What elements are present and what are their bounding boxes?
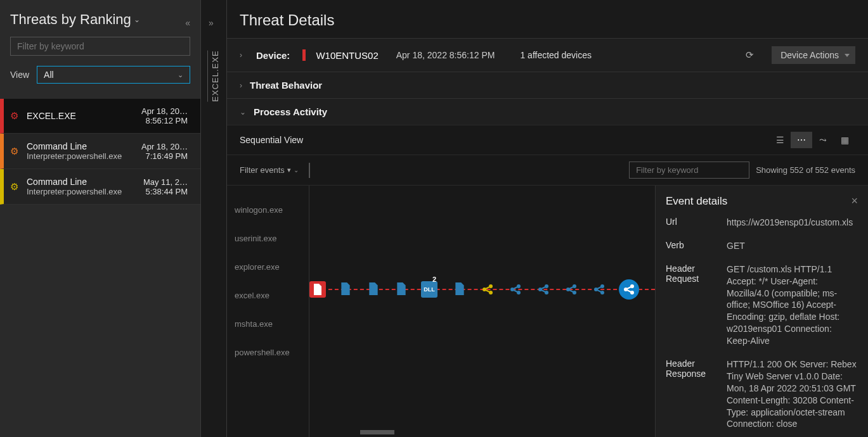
event-count-badge: 2: [432, 276, 436, 283]
detail-value-url: https://w2019ensp01/custom.xls: [727, 217, 858, 229]
file-event-icon[interactable]: [365, 281, 382, 297]
collapse-sidebar-icon[interactable]: «: [185, 18, 190, 28]
view-label: View: [10, 70, 29, 80]
close-icon[interactable]: ×: [851, 194, 858, 208]
vertical-tab-label[interactable]: EXCEL.EXE: [207, 50, 220, 101]
process-activity-filter-row: Filter events ▾ ⌄ Showing 552 of 552 eve…: [227, 155, 868, 186]
file-event-icon[interactable]: [337, 281, 354, 297]
file-event-icon[interactable]: [393, 281, 410, 297]
threat-time: 8:56:12 PM: [139, 116, 188, 125]
threat-name: EXCEL.EXE: [27, 111, 139, 121]
chevron-down-icon: ⌄: [178, 71, 183, 79]
process-activity-section-header[interactable]: ⌄ Process Activity: [227, 98, 868, 125]
filter-events-label: Filter events: [240, 165, 285, 175]
process-row-label: excel.exe: [235, 281, 301, 310]
network-event-icon[interactable]: [591, 281, 607, 298]
vertical-tab: » EXCEL.EXE: [200, 0, 227, 437]
showing-count: Showing 552 of 552 events: [756, 165, 855, 175]
process-activity-label: Process Activity: [254, 106, 327, 117]
process-activity-toolbar: Sequential View ☰ ⋯ ⤳ ▦: [227, 125, 868, 155]
sidebar-title-dropdown[interactable]: Threats by Ranking ⌄: [10, 11, 190, 28]
detail-value-header-request: GET /custom.xls HTTP/1.1 Accept: */* Use…: [727, 263, 858, 347]
detail-key-url: Url: [666, 217, 720, 229]
threat-name: Command Line: [27, 141, 139, 151]
threat-item[interactable]: ⚙ Command Line Interpreter:powershell.ex…: [0, 169, 200, 205]
filter-keyword-input[interactable]: [629, 162, 749, 179]
process-row-label: userinit.exe: [235, 224, 301, 253]
filter-icon-glyph: ▾: [287, 166, 291, 174]
divider: [309, 163, 310, 178]
device-actions-label: Device Actions: [781, 50, 839, 60]
list-view-icon[interactable]: ☰: [769, 132, 791, 148]
process-row-label: powershell.exe: [235, 338, 301, 367]
file-event-icon[interactable]: [309, 281, 326, 298]
grid-view-icon[interactable]: ▦: [834, 132, 855, 148]
device-actions-button[interactable]: Device Actions: [772, 46, 855, 64]
detail-value-header-response: HTTP/1.1 200 OK Server: Rebex Tiny Web S…: [727, 358, 858, 430]
chevron-down-icon: ⌄: [134, 15, 140, 24]
detail-key-verb: Verb: [666, 240, 720, 252]
network-event-icon[interactable]: [563, 281, 580, 298]
gear-icon: ⚙: [4, 146, 24, 157]
threat-date: Apr 18, 20…: [139, 142, 188, 151]
threat-date: Apr 18, 20…: [139, 106, 188, 116]
view-select[interactable]: All ⌄: [37, 66, 190, 84]
chevron-down-icon: ⌄: [294, 167, 299, 174]
chevron-right-icon: ›: [240, 51, 242, 60]
filter-events-dropdown[interactable]: Filter events ▾ ⌄: [240, 165, 299, 175]
gear-icon: ⚙: [4, 181, 24, 193]
timeline-canvas[interactable]: DLL 2: [309, 186, 655, 437]
threat-behavior-section-header[interactable]: › Threat Behavior: [227, 72, 868, 98]
timeline-scrollbar[interactable]: [360, 430, 394, 434]
view-mode-icons: ☰ ⋯ ⤳ ▦: [769, 132, 855, 148]
chevron-down-icon: ⌄: [240, 108, 246, 117]
sidebar-filter-input[interactable]: [10, 37, 190, 56]
sidebar-header: Threats by Ranking ⌄ « View All ⌄: [0, 0, 200, 91]
selected-network-event-icon[interactable]: [619, 279, 639, 300]
severity-indicator-icon: [302, 49, 306, 61]
share-event-icon[interactable]: [479, 281, 496, 298]
detail-key-header-request: Header Request: [666, 263, 720, 347]
process-row-label: explorer.exe: [235, 253, 301, 281]
expand-panel-icon[interactable]: »: [209, 18, 214, 28]
process-row-label: mshta.exe: [235, 310, 301, 338]
threats-sidebar: Threats by Ranking ⌄ « View All ⌄ ⚙ EXCE…: [0, 0, 200, 437]
main-panel: Threat Details › Device: W10ENTUS02 Apr …: [227, 0, 868, 437]
threat-item[interactable]: ⚙ EXCEL.EXE Apr 18, 20… 8:56:12 PM: [0, 99, 200, 134]
threat-sub: Interpreter:powershell.exe: [27, 151, 139, 161]
threat-sub: Interpreter:powershell.exe: [27, 187, 139, 196]
process-row-label: winlogon.exe: [235, 196, 301, 224]
view-select-value: All: [44, 70, 54, 80]
threat-time: 5:38:44 PM: [139, 187, 188, 196]
threat-date: May 11, 2…: [139, 177, 188, 187]
device-label: Device:: [256, 50, 290, 61]
graph-view-icon[interactable]: ⤳: [812, 132, 834, 148]
gear-icon: ⚙: [4, 110, 24, 122]
threat-behavior-label: Threat Behavior: [250, 80, 322, 91]
device-timestamp: Apr 18, 2022 8:56:12 PM: [396, 50, 495, 60]
event-details-panel: Event details × Url https://w2019ensp01/…: [655, 186, 868, 437]
process-column: winlogon.exe userinit.exe explorer.exe e…: [227, 186, 309, 437]
threat-list: ⚙ EXCEL.EXE Apr 18, 20… 8:56:12 PM ⚙ Com…: [0, 99, 200, 205]
page-title: Threat Details: [227, 0, 868, 38]
detail-value-verb: GET: [727, 240, 858, 252]
timeline-wrapper: winlogon.exe userinit.exe explorer.exe e…: [227, 186, 868, 437]
network-event-icon[interactable]: [507, 281, 524, 298]
detail-key-header-response: Header Response: [666, 358, 720, 430]
sequential-view-label: Sequential View: [240, 135, 303, 145]
file-event-icon[interactable]: [451, 281, 468, 297]
device-name: W10ENTUS02: [316, 50, 378, 61]
refresh-icon[interactable]: ⟳: [746, 49, 754, 61]
threat-item[interactable]: ⚙ Command Line Interpreter:powershell.ex…: [0, 134, 200, 169]
threat-time: 7:16:49 PM: [139, 151, 188, 161]
network-event-icon[interactable]: [535, 281, 552, 298]
dll-event-icon[interactable]: DLL: [421, 281, 437, 298]
threat-name: Command Line: [27, 177, 139, 187]
view-selector-row: View All ⌄: [10, 66, 190, 84]
chevron-right-icon: ›: [240, 81, 242, 90]
sidebar-title-text: Threats by Ranking: [10, 11, 131, 28]
event-details-title: Event details: [666, 195, 727, 208]
affected-devices: 1 affected devices: [520, 50, 592, 60]
device-section-header[interactable]: › Device: W10ENTUS02 Apr 18, 2022 8:56:1…: [227, 38, 868, 72]
sequential-view-icon[interactable]: ⋯: [791, 132, 812, 148]
